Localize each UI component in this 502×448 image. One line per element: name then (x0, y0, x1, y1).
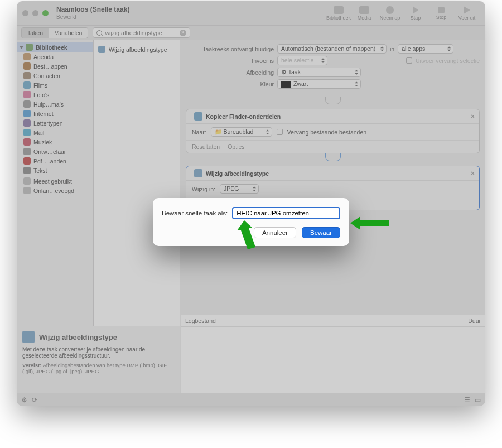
zoom-window-button[interactable] (42, 10, 49, 16)
output-replaces-checkbox[interactable] (406, 57, 412, 64)
footer-flow-button[interactable]: ▭ (475, 396, 481, 404)
config-label-receives: Taakreeks ontvangt huidige (186, 46, 274, 52)
action-description-requires: Vereist: Afbeeldingsbestanden van het ty… (22, 362, 174, 374)
status-bar: ⚙ ⟳ ☰ ▭ (17, 393, 485, 406)
library-item-internet[interactable]: Internet (17, 109, 93, 118)
image-action-icon (98, 46, 105, 53)
disclosure-triangle-icon (20, 46, 24, 49)
close-window-button[interactable] (22, 10, 28, 16)
library-item-pdf[interactable]: Pdf-…anden (17, 156, 93, 166)
image-select[interactable]: ⚙ Taak (277, 68, 361, 77)
folder-icon (23, 187, 31, 194)
text-icon (23, 167, 31, 174)
titlebar: Naamloos (Snelle taak) Bewerkt Bibliothe… (17, 1, 485, 26)
pdf-icon (23, 157, 31, 165)
toolbar-library-button[interactable]: Bibliotheek (326, 6, 351, 21)
tab-tasks[interactable]: Taken (21, 27, 49, 38)
card-changeto-label: Wijzig in: (192, 186, 215, 192)
save-name-input[interactable] (232, 207, 340, 219)
library-item-bestanden[interactable]: Best…appen (17, 61, 93, 71)
record-icon (386, 6, 394, 14)
search-icon (96, 30, 102, 36)
library-item-films[interactable]: Films (17, 80, 93, 90)
window-controls (22, 10, 49, 16)
action-description-body: Met deze taak converteer je afbeeldingen… (22, 346, 174, 359)
input-app-select[interactable]: alle apps (398, 44, 453, 54)
toolbar-stop-button[interactable]: Stop (428, 7, 454, 20)
contacts-icon (23, 72, 31, 79)
secondary-toolbar: Taken Variabelen wijzig afbeeldingstype … (17, 26, 485, 40)
workflow-input-config: Taakreeks ontvangt huidige Automatisch (… (180, 40, 485, 97)
toolbar-run-button[interactable]: Voer uit (454, 6, 480, 21)
library-item-hulpprogrammas[interactable]: Hulp…ma's (17, 99, 93, 109)
folder-icon (23, 177, 31, 185)
color-swatch (281, 81, 291, 88)
footer-list-button[interactable]: ☰ (464, 396, 470, 404)
stop-icon (438, 7, 445, 13)
developer-icon (23, 148, 31, 155)
input-scope-select[interactable]: hele selectie (277, 56, 327, 65)
run-icon (464, 6, 470, 14)
mode-segmented-control[interactable]: Taken Variabelen (21, 27, 88, 38)
image-action-icon (194, 169, 202, 177)
fonts-icon (23, 119, 31, 127)
tab-variables[interactable]: Variabelen (49, 27, 88, 38)
svg-marker-1 (350, 216, 389, 230)
remove-action-button[interactable]: × (471, 170, 475, 177)
library-item-agenda[interactable]: Agenda (17, 52, 93, 61)
files-icon (23, 62, 31, 70)
search-value: wijzig afbeeldingstype (105, 30, 162, 36)
card-to-label: Naar: (192, 129, 206, 136)
card-options-tab[interactable]: Opties (228, 143, 244, 150)
toolbar-record-button[interactable]: Neem op (377, 6, 403, 21)
save-dialog-label: Bewaar snelle taak als: (162, 210, 228, 216)
destination-select[interactable]: 📁 Bureaublad (211, 127, 272, 137)
toolbar-media-button[interactable]: Media (351, 6, 377, 21)
library-item-muziek[interactable]: Muziek (17, 137, 93, 147)
window-subtitle: Bewerkt (56, 14, 129, 21)
annotation-arrow-right (350, 216, 395, 233)
card-header[interactable]: Kopieer Finder-onderdelen × (186, 109, 479, 124)
window-title: Naamloos (Snelle taak) (56, 6, 129, 14)
config-in-label: in (390, 46, 394, 52)
library-item-mail[interactable]: Mail (17, 128, 93, 137)
card-results-tab[interactable]: Resultaten (192, 143, 220, 150)
replace-existing-checkbox[interactable] (277, 129, 283, 135)
minimize-window-button[interactable] (32, 10, 38, 16)
card-header[interactable]: Wijzig afbeeldingstype × (186, 166, 479, 181)
remove-action-button[interactable]: × (471, 113, 475, 121)
format-select[interactable]: JPEG (220, 184, 259, 194)
library-item-lettertypen[interactable]: Lettertypen (17, 118, 93, 128)
color-select[interactable]: Zwart (277, 79, 361, 89)
action-card-copy-finder[interactable]: Kopieer Finder-onderdelen × Naar: 📁 Bure… (186, 109, 480, 153)
movies-icon (23, 81, 31, 89)
music-icon (23, 138, 31, 146)
footer-gear-button[interactable]: ⚙ (21, 396, 27, 404)
input-type-select[interactable]: Automatisch (bestanden of mappen) (277, 44, 387, 54)
log-column-duur[interactable]: Duur (468, 317, 481, 324)
library-item-most-used[interactable]: Meest gebruikt (17, 176, 93, 186)
search-field[interactable]: wijzig afbeeldingstype ✕ (93, 27, 190, 38)
log-panel: Logbestand Duur (181, 315, 485, 393)
window-title-block: Naamloos (Snelle taak) Bewerkt (56, 6, 129, 20)
footer-sync-button[interactable]: ⟳ (32, 396, 37, 404)
clear-search-button[interactable]: ✕ (180, 30, 186, 36)
replace-existing-label: Vervang bestaande bestanden (287, 129, 366, 136)
image-action-icon (22, 331, 35, 343)
mail-icon (23, 129, 31, 136)
library-item-ontwikkelaar[interactable]: Ontw…elaar (17, 147, 93, 156)
action-list-item[interactable]: Wijzig afbeeldingstype (94, 44, 180, 55)
library-item-tekst[interactable]: Tekst (17, 166, 93, 175)
save-button[interactable]: Bewaar (302, 227, 340, 238)
log-column-logbestand[interactable]: Logbestand (185, 317, 468, 324)
connector (180, 153, 485, 161)
library-item-fotos[interactable]: Foto's (17, 90, 93, 99)
library-item-recent[interactable]: Onlan…evoegd (17, 186, 93, 195)
connector (180, 97, 485, 104)
library-header[interactable]: Bibliotheek (17, 42, 93, 52)
svg-marker-0 (237, 220, 255, 249)
library-icon (334, 6, 344, 14)
toolbar-step-button[interactable]: Stap (403, 6, 428, 21)
config-label-input: Invoer is (186, 57, 274, 64)
library-item-contacten[interactable]: Contacten (17, 71, 93, 80)
